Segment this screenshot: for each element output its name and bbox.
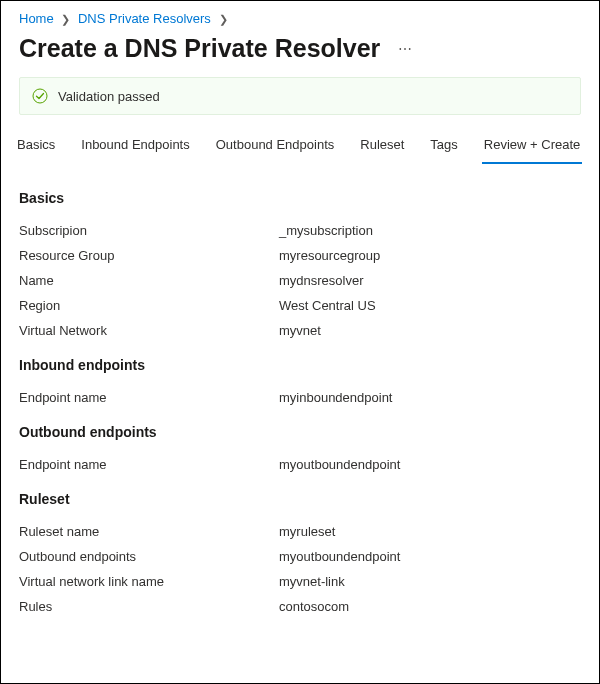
breadcrumb-section-link[interactable]: DNS Private Resolvers [78,11,211,26]
review-content: Basics Subscripion _mysubscription Resou… [1,164,599,619]
kv-region: Region West Central US [19,293,581,318]
vnet-link-label: Virtual network link name [19,574,279,589]
breadcrumb-home-link[interactable]: Home [19,11,54,26]
ruleset-name-value: myruleset [279,524,335,539]
outbound-endpoint-value: myoutboundendpoint [279,457,400,472]
checkmark-circle-icon [32,88,48,104]
name-value: mydnsresolver [279,273,364,288]
kv-resource-group: Resource Group myresourcegroup [19,243,581,268]
virtual-network-value: myvnet [279,323,321,338]
chevron-right-icon: ❯ [61,13,70,25]
tab-review-create[interactable]: Review + Create [482,129,582,164]
kv-ruleset-outbound: Outbound endpoints myoutboundendpoint [19,544,581,569]
svg-point-0 [33,89,47,103]
section-outbound-title: Outbound endpoints [19,424,581,440]
tab-ruleset[interactable]: Ruleset [358,129,406,164]
region-label: Region [19,298,279,313]
tab-inbound-endpoints[interactable]: Inbound Endpoints [79,129,191,164]
rules-label: Rules [19,599,279,614]
outbound-endpoint-label: Endpoint name [19,457,279,472]
kv-subscription: Subscripion _mysubscription [19,218,581,243]
kv-virtual-network: Virtual Network myvnet [19,318,581,343]
kv-outbound-endpoint: Endpoint name myoutboundendpoint [19,452,581,477]
validation-message: Validation passed [58,89,160,104]
inbound-endpoint-value: myinboundendpoint [279,390,392,405]
breadcrumb: Home ❯ DNS Private Resolvers ❯ [1,1,599,30]
rules-value: contosocom [279,599,349,614]
subscription-value: _mysubscription [279,223,373,238]
subscription-label: Subscripion [19,223,279,238]
tab-outbound-endpoints[interactable]: Outbound Endpoints [214,129,337,164]
kv-inbound-endpoint: Endpoint name myinboundendpoint [19,385,581,410]
resource-group-value: myresourcegroup [279,248,380,263]
tab-bar: Basics Inbound Endpoints Outbound Endpoi… [1,129,599,164]
vnet-link-value: myvnet-link [279,574,345,589]
page-header: Create a DNS Private Resolver ⋯ [1,30,599,77]
resource-group-label: Resource Group [19,248,279,263]
validation-banner: Validation passed [19,77,581,115]
kv-vnet-link: Virtual network link name myvnet-link [19,569,581,594]
kv-name: Name mydnsresolver [19,268,581,293]
section-basics-title: Basics [19,190,581,206]
tab-basics[interactable]: Basics [15,129,57,164]
region-value: West Central US [279,298,376,313]
page-title: Create a DNS Private Resolver [19,34,380,63]
ruleset-name-label: Ruleset name [19,524,279,539]
section-ruleset-title: Ruleset [19,491,581,507]
ruleset-outbound-label: Outbound endpoints [19,549,279,564]
name-label: Name [19,273,279,288]
kv-rules: Rules contosocom [19,594,581,619]
ruleset-outbound-value: myoutboundendpoint [279,549,400,564]
section-inbound-title: Inbound endpoints [19,357,581,373]
chevron-right-icon: ❯ [219,13,228,25]
inbound-endpoint-label: Endpoint name [19,390,279,405]
more-options-icon[interactable]: ⋯ [398,41,413,57]
tab-tags[interactable]: Tags [428,129,459,164]
virtual-network-label: Virtual Network [19,323,279,338]
kv-ruleset-name: Ruleset name myruleset [19,519,581,544]
